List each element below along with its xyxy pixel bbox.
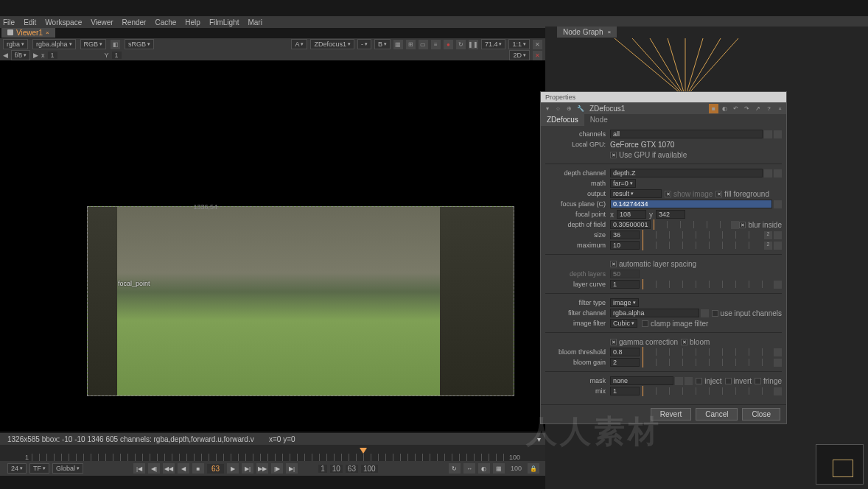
tool-a-icon[interactable]: ◐ (478, 463, 490, 474)
mix-slider[interactable] (643, 387, 769, 395)
tab-node[interactable]: Node (584, 114, 614, 126)
loop-icon[interactable]: ↻ (449, 463, 461, 474)
bloom-th-input[interactable]: 0.8 (610, 348, 640, 356)
size-anim-icon[interactable] (774, 231, 782, 239)
auto-layer-checkbox[interactable] (610, 261, 617, 267)
max-2-icon[interactable]: 2 (764, 242, 772, 250)
lock-icon[interactable]: 🔒 (528, 463, 539, 474)
goto-last-icon[interactable]: ▶| (286, 463, 298, 474)
step-fwd-key-icon[interactable]: |▶ (271, 463, 283, 474)
depth-channel-dropdown[interactable]: depth.Z (610, 169, 763, 177)
math-dropdown[interactable]: far=0 (610, 179, 636, 188)
bloom-gain-input[interactable]: 2 (610, 358, 640, 367)
depth-ch-extra-icon[interactable] (764, 169, 772, 177)
layer-curve-input[interactable]: 1 (610, 280, 640, 289)
invert-checkbox[interactable] (725, 378, 732, 384)
refresh-icon[interactable]: ↻ (456, 40, 466, 49)
focal-plane-anim-icon[interactable] (774, 200, 782, 208)
close-button[interactable]: Close (742, 408, 780, 421)
tool-b-icon[interactable]: ▦ (493, 463, 505, 474)
prop-color-icon[interactable]: ■ (709, 104, 718, 113)
timeline[interactable]: 1 100 (0, 445, 545, 461)
size-slider[interactable] (643, 231, 760, 239)
focal-plane-input[interactable]: 0.14274434 (610, 200, 772, 208)
dof-anim-icon[interactable] (731, 221, 739, 229)
bloom-gain-anim-icon[interactable] (774, 359, 782, 367)
bloom-checkbox[interactable] (681, 339, 687, 345)
x-input[interactable]: 1 (48, 52, 57, 59)
fps-dropdown[interactable]: 24 (7, 463, 27, 474)
zoom-dropdown[interactable]: 71.4 (481, 39, 506, 49)
fringe-checkbox[interactable] (755, 378, 761, 384)
depth-ch-extra2-icon[interactable] (774, 169, 782, 177)
size-2-icon[interactable]: 2 (764, 231, 772, 239)
current-frame-input[interactable]: 63 (207, 464, 224, 474)
size-input[interactable]: 36 (610, 231, 640, 239)
inject-checkbox[interactable] (696, 378, 702, 384)
layer-curve-anim-icon[interactable] (774, 281, 782, 289)
bloom-th-slider[interactable] (643, 348, 769, 356)
tool-icon-2[interactable]: ⊞ (406, 40, 416, 49)
bounce-icon[interactable]: ↔ (463, 463, 475, 474)
dof-slider[interactable] (654, 221, 727, 228)
mask-dropdown[interactable]: none (610, 376, 673, 385)
menu-workspace[interactable]: Workspace (45, 18, 82, 27)
tab-close-icon[interactable]: × (46, 29, 49, 36)
pause-icon[interactable]: ❚❚ (469, 40, 478, 49)
channels-dropdown[interactable]: all (610, 130, 763, 138)
viewed-node-dropdown[interactable]: ZDefocus1 (310, 39, 354, 49)
channel-a-dropdown[interactable]: rgba (3, 39, 28, 49)
use-input-checkbox[interactable] (712, 310, 718, 317)
range-c-input[interactable]: 63 (346, 465, 358, 473)
depth-layers-input[interactable]: 50 (610, 270, 640, 278)
step-back-icon[interactable]: ◀ (178, 463, 189, 474)
prop-float-icon[interactable]: ↗ (753, 104, 763, 113)
out-frame-input[interactable]: 100 (361, 465, 378, 473)
display-lut-dropdown[interactable]: sRGB (125, 39, 154, 49)
properties-title-bar[interactable]: Properties (541, 92, 786, 102)
filter-ch-icon[interactable] (701, 309, 709, 317)
tab-zdefocus[interactable]: ZDefocus (541, 114, 584, 126)
output-dropdown[interactable]: result (610, 189, 662, 198)
fill-foreground-checkbox[interactable] (715, 191, 722, 197)
input-b-dropdown[interactable]: B (374, 39, 391, 49)
prop-undo-icon[interactable]: ↶ (731, 104, 741, 113)
bloom-gain-slider[interactable] (643, 359, 769, 366)
stop-icon[interactable]: ■ (192, 463, 204, 474)
node-graph-tab[interactable]: Node Graph × (557, 27, 617, 38)
viewer-canvas-area[interactable]: focal_point 1336,54 (0, 60, 545, 432)
clamp-checkbox[interactable] (642, 320, 648, 327)
focal-point-overlay[interactable]: focal_point (118, 280, 150, 287)
toggle-icon[interactable]: ◧ (111, 40, 120, 49)
fp-y-input[interactable]: 342 (656, 210, 685, 219)
channels-anim-icon[interactable] (764, 130, 772, 138)
menu-cache[interactable]: Cache (155, 18, 176, 27)
step-back-key-icon[interactable]: ◀| (148, 463, 160, 474)
step-fwd-icon[interactable]: ▶| (242, 463, 253, 474)
tf-dropdown[interactable]: TF (29, 463, 49, 474)
tool-icon-5[interactable]: ✕ (533, 40, 542, 49)
prop-nav-icon[interactable]: ▾ (542, 104, 552, 113)
playhead-icon[interactable] (360, 448, 367, 454)
filter-channel-dropdown[interactable]: rgba.alpha (610, 309, 699, 317)
tool-icon-3[interactable]: ▭ (419, 40, 428, 49)
menu-help[interactable]: Help (185, 18, 200, 27)
menu-mari[interactable]: Mari (248, 18, 262, 27)
record-icon[interactable]: ● (444, 40, 453, 49)
mask-icon-a[interactable] (675, 377, 683, 385)
play-rev-icon[interactable]: ◀◀ (163, 463, 175, 474)
nav-next-icon[interactable]: ▶ (33, 52, 38, 59)
prop-center-icon[interactable]: ⊕ (564, 104, 574, 113)
max-input[interactable]: 10 (610, 241, 640, 250)
prop-wrench-icon[interactable]: 🔧 (575, 104, 585, 113)
range-b-input[interactable]: 10 (330, 465, 343, 473)
max-slider[interactable] (643, 242, 760, 249)
menu-viewer[interactable]: Viewer (91, 18, 113, 27)
colorspace-dropdown[interactable]: RGB (80, 39, 107, 49)
use-gpu-checkbox[interactable] (610, 152, 617, 158)
prop-help-icon[interactable]: ? (764, 104, 774, 113)
timeline-ruler[interactable] (32, 454, 506, 461)
layer-curve-slider[interactable] (643, 281, 769, 288)
menu-file[interactable]: File (3, 18, 15, 27)
viewer-tab[interactable]: Viewer1 × (1, 28, 55, 38)
